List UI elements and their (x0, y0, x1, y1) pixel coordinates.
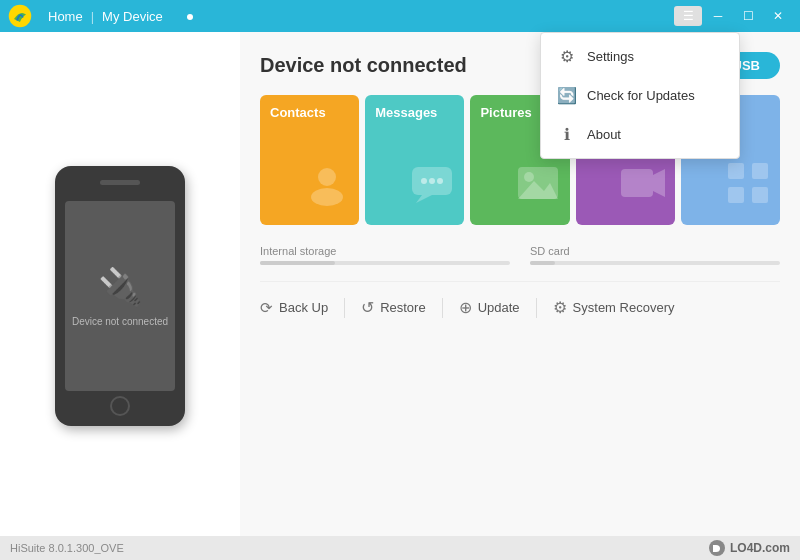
system-recovery-label: System Recovery (573, 300, 675, 315)
restore-icon: ↺ (361, 298, 374, 317)
settings-menu-icon: ⚙ (557, 47, 577, 66)
close-button[interactable]: ✕ (764, 6, 792, 26)
pictures-card-label: Pictures (480, 105, 531, 120)
device-status-title: Device not connected (260, 54, 467, 77)
restore-label: Restore (380, 300, 426, 315)
bottom-actions: ⟳ Back Up ↺ Restore ⊕ Update ⚙ System Re… (260, 281, 780, 325)
messages-card-label: Messages (375, 105, 437, 120)
sd-card-storage: SD card (530, 245, 780, 265)
svg-rect-15 (728, 187, 744, 203)
videos-card-icon (619, 159, 667, 217)
minimize-button[interactable]: ─ (704, 6, 732, 26)
svg-point-7 (437, 178, 443, 184)
messages-card-icon (408, 159, 456, 217)
svg-rect-16 (752, 187, 768, 203)
contacts-card-icon (303, 159, 351, 217)
contacts-card[interactable]: Contacts (260, 95, 359, 225)
storage-section: Internal storage SD card (260, 245, 780, 265)
update-action[interactable]: ⊕ Update (443, 290, 536, 325)
about-menu-label: About (587, 127, 621, 142)
check-updates-menu-label: Check for Updates (587, 88, 695, 103)
lo4d-logo-icon (708, 539, 726, 557)
pictures-card-icon (514, 159, 562, 217)
menu-item-settings[interactable]: ⚙ Settings (541, 37, 739, 76)
restore-action[interactable]: ↺ Restore (345, 290, 442, 325)
home-nav-link[interactable]: Home (40, 9, 91, 24)
internal-storage: Internal storage (260, 245, 510, 265)
svg-point-9 (524, 172, 534, 182)
phone-status-text: Device not connected (72, 316, 168, 327)
about-menu-icon: ℹ (557, 125, 577, 144)
backup-action[interactable]: ⟳ Back Up (260, 291, 344, 325)
svg-point-1 (318, 168, 336, 186)
my-device-nav-link[interactable]: My Device (94, 9, 171, 24)
nav-indicator (187, 14, 193, 20)
sd-card-label: SD card (530, 245, 780, 257)
sd-card-bar-bg (530, 261, 780, 265)
system-recovery-action[interactable]: ⚙ System Recovery (537, 290, 691, 325)
nav-links: Home | My Device (40, 9, 171, 24)
internal-storage-bar-bg (260, 261, 510, 265)
titlebar-controls: ☰ ─ ☐ ✕ (674, 6, 792, 26)
messages-card[interactable]: Messages (365, 95, 464, 225)
menu-item-about[interactable]: ℹ About (541, 115, 739, 154)
version-text: HiSuite 8.0.1.300_OVE (10, 542, 124, 554)
system-recovery-icon: ⚙ (553, 298, 567, 317)
update-label: Update (478, 300, 520, 315)
phone-panel: 🔌 Device not connected (0, 32, 240, 560)
internal-storage-bar-fill (260, 261, 335, 265)
svg-rect-13 (728, 163, 744, 179)
titlebar: Home | My Device ☰ ─ ☐ ✕ (0, 0, 800, 32)
svg-point-2 (311, 188, 343, 206)
svg-marker-4 (416, 195, 432, 203)
footer-logo: LO4D.com (708, 539, 790, 557)
settings-menu-label: Settings (587, 49, 634, 64)
contacts-card-label: Contacts (270, 105, 326, 120)
svg-rect-11 (621, 169, 653, 197)
menu-button[interactable]: ☰ (674, 6, 702, 26)
usb-cable-icon: 🔌 (98, 266, 143, 308)
phone-home-button (110, 396, 130, 416)
dropdown-menu: ⚙ Settings 🔄 Check for Updates ℹ About (540, 32, 740, 159)
svg-point-6 (429, 178, 435, 184)
sd-card-bar-fill (530, 261, 555, 265)
svg-point-5 (421, 178, 427, 184)
phone-screen: 🔌 Device not connected (65, 201, 175, 391)
svg-marker-12 (653, 169, 665, 197)
apps-card-icon (724, 159, 772, 217)
svg-rect-14 (752, 163, 768, 179)
app-logo-icon (8, 4, 32, 28)
maximize-button[interactable]: ☐ (734, 6, 762, 26)
update-icon: ⊕ (459, 298, 472, 317)
backup-label: Back Up (279, 300, 328, 315)
menu-item-check-updates[interactable]: 🔄 Check for Updates (541, 76, 739, 115)
internal-storage-label: Internal storage (260, 245, 510, 257)
phone-device: 🔌 Device not connected (55, 166, 185, 426)
backup-icon: ⟳ (260, 299, 273, 317)
check-updates-menu-icon: 🔄 (557, 86, 577, 105)
phone-speaker (100, 180, 140, 185)
footer-logo-text: LO4D.com (730, 541, 790, 555)
titlebar-left: Home | My Device (8, 4, 193, 28)
footer: HiSuite 8.0.1.300_OVE LO4D.com (0, 536, 800, 560)
